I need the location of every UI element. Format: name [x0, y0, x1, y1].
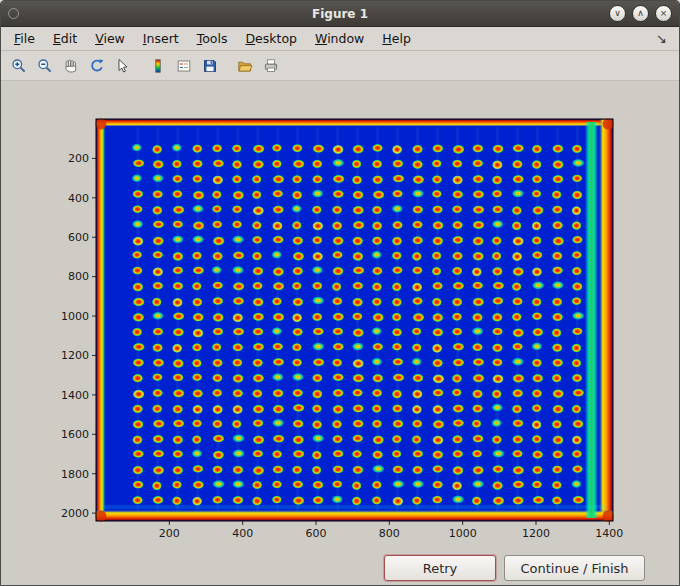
menu-bar: FileEditViewInsertToolsDesktopWindowHelp…: [1, 27, 679, 51]
window-title: Figure 1: [1, 7, 679, 21]
window-icon[interactable]: [8, 8, 19, 19]
menu-item-insert[interactable]: Insert: [134, 28, 188, 49]
colorbar-button[interactable]: [146, 54, 170, 78]
y-tick-label: 1200: [61, 349, 89, 362]
x-tick-label: 400: [232, 527, 253, 540]
y-tick-label: 1000: [61, 310, 89, 323]
y-tick-label: 200: [68, 152, 89, 165]
pan-hand-icon: [63, 58, 79, 74]
y-tick-label: 2000: [61, 507, 89, 520]
plot-canvas[interactable]: 2004006008001000120014002004006008001000…: [1, 81, 680, 586]
menu-item-view[interactable]: View: [86, 28, 134, 49]
legend-icon: [176, 58, 192, 74]
y-tick-label: 800: [68, 270, 89, 283]
print-icon: [263, 58, 279, 74]
legend-button[interactable]: [172, 54, 196, 78]
menu-item-help[interactable]: Help: [373, 28, 420, 49]
close-button[interactable]: ×: [655, 5, 672, 22]
zoom-out-button[interactable]: [33, 54, 57, 78]
toolbar-spacer: [223, 65, 232, 66]
open-folder-icon: [237, 58, 253, 74]
y-tick-label: 1600: [61, 428, 89, 441]
dock-figure-icon[interactable]: ↘: [656, 31, 667, 46]
menu-item-window[interactable]: Window: [306, 28, 373, 49]
colorbar-icon: [150, 58, 166, 74]
save-icon: [202, 58, 218, 74]
menu-item-desktop[interactable]: Desktop: [236, 28, 306, 49]
menu-item-file[interactable]: File: [5, 28, 44, 49]
pan-button[interactable]: [59, 54, 83, 78]
plot-image: 2004006008001000120014002004006008001000…: [61, 119, 623, 541]
toolbar-spacer: [136, 65, 145, 66]
zoom-in-button[interactable]: [7, 54, 31, 78]
data-cursor-button[interactable]: [111, 54, 135, 78]
retry-button[interactable]: Retry: [384, 555, 496, 581]
open-button[interactable]: [233, 54, 257, 78]
x-tick-label: 800: [379, 527, 400, 540]
minimize-button[interactable]: ∨: [609, 5, 626, 22]
y-tick-label: 600: [68, 231, 89, 244]
x-tick-label: 1000: [449, 527, 477, 540]
x-tick-label: 1400: [595, 527, 623, 540]
zoom-in-icon: [11, 58, 27, 74]
toolbar: [1, 51, 679, 81]
rotate-3d-icon: [89, 58, 105, 74]
save-button[interactable]: [198, 54, 222, 78]
y-tick-label: 1800: [61, 468, 89, 481]
rotate-3d-button[interactable]: [85, 54, 109, 78]
figure-window: Figure 1 ∨ ∧ × FileEditViewInsertToolsDe…: [0, 0, 680, 586]
menu-item-tools[interactable]: Tools: [188, 28, 237, 49]
continue-finish-button[interactable]: Continue / Finish: [504, 555, 645, 581]
x-tick-label: 200: [159, 527, 180, 540]
zoom-out-icon: [37, 58, 53, 74]
figure-content: 2004006008001000120014002004006008001000…: [1, 81, 679, 586]
y-tick-label: 1400: [61, 389, 89, 402]
print-button[interactable]: [259, 54, 283, 78]
x-tick-label: 600: [306, 527, 327, 540]
x-tick-label: 1200: [522, 527, 550, 540]
maximize-button[interactable]: ∧: [632, 5, 649, 22]
window-controls: ∨ ∧ ×: [603, 5, 672, 22]
title-bar[interactable]: Figure 1 ∨ ∧ ×: [1, 1, 679, 27]
data-cursor-icon: [115, 58, 131, 74]
y-tick-label: 400: [68, 192, 89, 205]
menu-item-edit[interactable]: Edit: [44, 28, 86, 49]
